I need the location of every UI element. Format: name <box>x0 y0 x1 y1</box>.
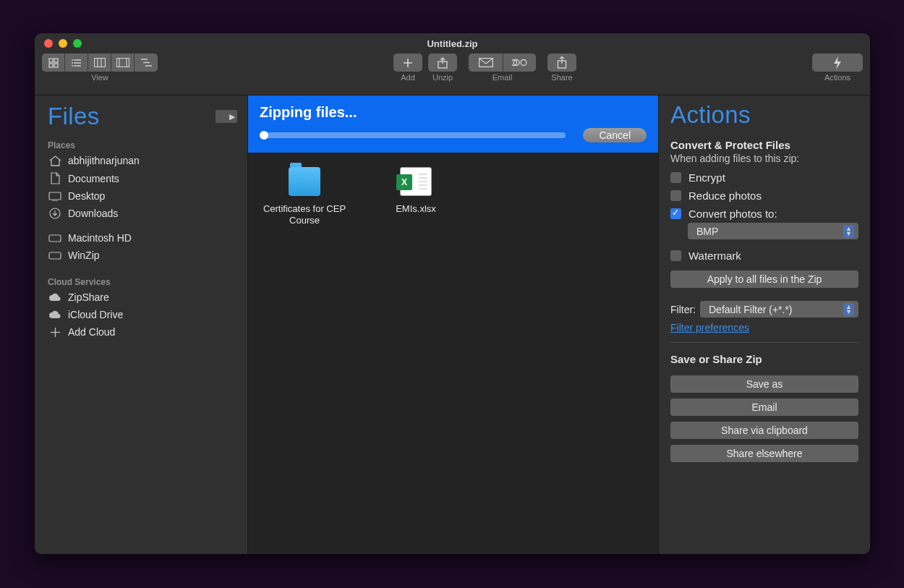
cancel-button[interactable]: Cancel <box>583 128 647 142</box>
sidebar-item-documents[interactable]: Documents <box>35 169 247 187</box>
file-label: Certificates for CEP Course <box>258 203 351 227</box>
sidebar-item-label: ZipShare <box>68 291 109 303</box>
sidebar-item-icloud[interactable]: iCloud Drive <box>35 306 247 323</box>
excel-file-icon: X <box>400 167 432 196</box>
sidebar-item-add-cloud[interactable]: Add Cloud <box>35 323 247 341</box>
file-item-folder[interactable]: Certificates for CEP Course <box>258 167 351 227</box>
svg-rect-3 <box>54 64 58 67</box>
chevron-updown-icon: ▲▼ <box>843 303 854 316</box>
downloads-icon <box>48 208 62 219</box>
chevron-right-icon: ▶ <box>229 112 235 122</box>
convert-header: Convert & Protect Files <box>670 139 858 151</box>
svg-rect-1 <box>54 59 58 62</box>
svg-point-7 <box>72 59 73 61</box>
email-zip-button[interactable]: Email <box>670 399 858 416</box>
view-gallery-button[interactable] <box>111 54 135 72</box>
filter-label: Filter: <box>670 304 696 315</box>
svg-rect-27 <box>49 192 61 200</box>
view-grid-button[interactable] <box>42 54 65 72</box>
view-list-button[interactable] <box>65 54 88 72</box>
sidebar-collapse-toggle[interactable]: ▶ <box>216 110 237 123</box>
watermark-checkbox[interactable] <box>670 250 681 261</box>
list-icon <box>72 58 82 68</box>
places-header: Places <box>35 136 247 152</box>
convert-format-select[interactable]: BMP ▲▼ <box>688 223 858 239</box>
window-title: Untitled.zip <box>35 38 870 49</box>
convert-photos-label: Convert photos to: <box>688 208 777 220</box>
bolt-icon <box>832 56 843 69</box>
cloud-header: Cloud Services <box>35 273 247 289</box>
columns-icon <box>94 58 106 67</box>
reduce-photos-label: Reduce photos <box>688 189 762 202</box>
encrypt-label: Encrypt <box>688 171 725 184</box>
email-button[interactable] <box>469 54 503 72</box>
svg-point-24 <box>521 60 526 66</box>
unzip-button[interactable] <box>428 54 457 72</box>
folder-icon <box>289 167 320 196</box>
apply-all-button[interactable]: Apply to all files in the Zip <box>670 270 858 288</box>
file-grid: Certificates for CEP Course X EMIs.xlsx <box>248 153 658 554</box>
reduce-photos-checkbox[interactable] <box>670 190 681 201</box>
svg-rect-2 <box>49 64 53 67</box>
sidebar-item-label: Add Cloud <box>68 326 115 338</box>
sidebar-item-home[interactable]: abhijithnarjunan <box>35 152 247 169</box>
actions-toolbar-label: Actions <box>824 73 850 82</box>
sidebar-item-winzip[interactable]: WinZip <box>35 247 247 264</box>
cloud-icon <box>48 310 62 319</box>
progress-track <box>260 132 566 138</box>
actions-button[interactable] <box>812 54 863 72</box>
titlebar: Untitled.zip <box>35 33 870 54</box>
drive-icon <box>48 234 62 242</box>
link-button[interactable] <box>503 54 536 72</box>
sidebar-item-macintosh-hd[interactable]: Macintosh HD <box>35 229 247 247</box>
progress-banner: Zipping files... Cancel <box>248 95 658 153</box>
sidebar-title: Files <box>48 103 100 130</box>
convert-photos-checkbox[interactable] <box>670 208 681 219</box>
app-window: Untitled.zip View <box>35 33 870 554</box>
svg-point-9 <box>72 65 73 67</box>
share-icon <box>557 56 567 69</box>
plus-icon <box>403 58 413 68</box>
share-elsewhere-button[interactable]: Share elsewhere <box>670 445 858 462</box>
convert-format-value: BMP <box>696 226 718 237</box>
progress-title: Zipping files... <box>260 104 647 121</box>
sidebar-item-label: WinZip <box>68 250 100 261</box>
home-icon <box>48 155 62 166</box>
sidebar-item-label: iCloud Drive <box>68 309 123 320</box>
toolbar: View Add Unzip Email <box>35 54 870 95</box>
link-icon <box>512 59 528 67</box>
save-as-button[interactable]: Save as <box>670 375 858 393</box>
file-item-excel[interactable]: X EMIs.xlsx <box>370 167 462 215</box>
watermark-label: Watermark <box>688 250 741 262</box>
email-label: Email <box>492 73 513 82</box>
view-columns-button[interactable] <box>88 54 111 72</box>
actions-panel: Actions Convert & Protect Files When add… <box>658 95 870 554</box>
filter-preferences-link[interactable]: Filter preferences <box>670 322 749 333</box>
add-button[interactable] <box>393 54 422 72</box>
unzip-label: Unzip <box>432 73 453 82</box>
view-tree-button[interactable] <box>135 54 158 72</box>
gallery-icon <box>116 58 129 67</box>
desktop-icon <box>48 192 62 201</box>
sidebar-item-downloads[interactable]: Downloads <box>35 205 247 222</box>
svg-rect-13 <box>116 59 129 67</box>
svg-point-8 <box>72 62 73 64</box>
tree-icon <box>140 58 152 67</box>
divider <box>670 342 858 343</box>
svg-marker-26 <box>834 56 841 69</box>
file-label: EMIs.xlsx <box>370 203 462 215</box>
unzip-icon <box>437 57 448 69</box>
filter-select[interactable]: Default Filter (+*.*) ▲▼ <box>700 301 858 318</box>
svg-rect-10 <box>94 59 105 67</box>
chevron-updown-icon: ▲▼ <box>843 225 854 238</box>
share-button[interactable] <box>547 54 576 72</box>
drive-icon <box>48 252 62 260</box>
sidebar-item-zipshare[interactable]: ZipShare <box>35 289 247 306</box>
share-header: Save or Share Zip <box>670 353 858 365</box>
encrypt-checkbox[interactable] <box>670 172 681 183</box>
share-clipboard-button[interactable]: Share via clipboard <box>670 422 858 439</box>
main-area: Zipping files... Cancel Certificates for… <box>248 95 658 554</box>
add-label: Add <box>401 73 415 82</box>
filter-value: Default Filter (+*.*) <box>709 304 793 315</box>
sidebar-item-desktop[interactable]: Desktop <box>35 187 247 205</box>
